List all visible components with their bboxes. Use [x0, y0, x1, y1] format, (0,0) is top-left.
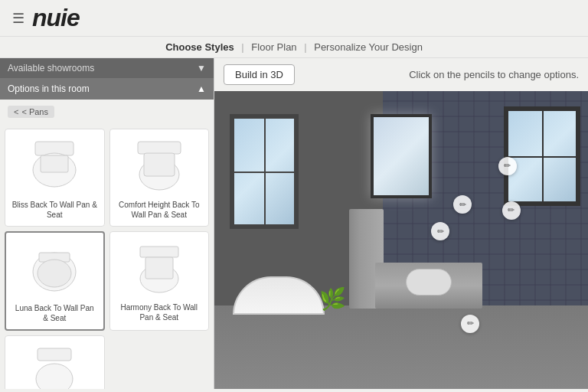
- product-image-2: [125, 136, 194, 197]
- vanity-sink: [406, 269, 452, 296]
- svg-rect-2: [41, 155, 68, 172]
- logo: nuie: [32, 4, 80, 32]
- build-3d-button[interactable]: Build in 3D: [224, 64, 295, 85]
- nav-sep-2: |: [304, 41, 309, 53]
- menu-icon[interactable]: ☰: [12, 10, 24, 27]
- product-image-4: [125, 238, 194, 299]
- sidebar: Available showrooms ▼ Options in this ro…: [0, 58, 214, 389]
- product-card-3[interactable]: Luna Back To Wall Pan & Seat: [5, 231, 105, 331]
- window-left: [230, 114, 299, 229]
- floor: [214, 305, 588, 389]
- chevron-up-icon: ▲: [197, 83, 206, 94]
- mirror: [371, 114, 432, 198]
- product-card-1[interactable]: Bliss Back To Wall Pan & Seat: [5, 129, 105, 227]
- product-name-3: Luna Back To Wall Pan & Seat: [12, 303, 97, 323]
- nav-bar: Choose Styles | Floor Plan | Personalize…: [0, 37, 588, 58]
- hint-text: Click on the pencils to change options.: [409, 69, 579, 80]
- svg-point-13: [36, 364, 73, 390]
- product-card-5[interactable]: Wall Pan & Seal: [5, 335, 105, 389]
- product-image-3: [20, 239, 89, 300]
- showrooms-label: Available showrooms: [8, 63, 94, 74]
- product-name-2: Comfort Height Back To Wall Pan & Seat: [116, 200, 203, 220]
- svg-rect-12: [38, 348, 71, 361]
- product-name-1: Bliss Back To Wall Pan & Seat: [11, 200, 98, 220]
- back-to-pans-button[interactable]: < < Pans: [8, 106, 54, 118]
- back-label: < Pans: [21, 107, 48, 116]
- chevron-down-icon: ▼: [197, 63, 206, 74]
- window-right: [504, 106, 580, 206]
- svg-rect-5: [144, 153, 175, 176]
- back-icon: <: [14, 107, 18, 116]
- product-name-4: Harmony Back To Wall Pan & Seat: [116, 302, 203, 322]
- bathroom-render: ✏ ✏ ✏ ✏ ✏: [214, 91, 588, 389]
- nav-sep-1: |: [241, 41, 247, 53]
- plant-decoration: [319, 266, 342, 312]
- nav-choose-styles[interactable]: Choose Styles: [165, 41, 234, 53]
- vanity: [375, 263, 482, 309]
- options-label: Options in this room: [8, 83, 90, 94]
- options-in-room-header[interactable]: Options in this room ▲: [0, 78, 214, 100]
- svg-rect-3: [138, 142, 181, 154]
- available-showrooms-dropdown[interactable]: Available showrooms ▼: [0, 58, 214, 78]
- main-layout: Available showrooms ▼ Options in this ro…: [0, 58, 588, 389]
- product-card-2[interactable]: Comfort Height Back To Wall Pan & Seat: [109, 129, 210, 227]
- product-grid: Bliss Back To Wall Pan & Seat Comfort He…: [0, 124, 214, 389]
- product-image-1: [20, 136, 89, 197]
- nav-personalize[interactable]: Personalize Your Design: [314, 41, 423, 53]
- pencil-edit-3[interactable]: ✏: [431, 222, 449, 240]
- product-card-4[interactable]: Harmony Back To Wall Pan & Seat: [109, 231, 210, 331]
- header: ☰ nuie: [0, 0, 588, 37]
- product-image-5: [20, 342, 89, 389]
- nav-floor-plan[interactable]: Floor Plan: [251, 41, 296, 53]
- pencil-edit-4[interactable]: ✏: [502, 201, 521, 220]
- view-area: Build in 3D Click on the pencils to chan…: [214, 58, 588, 389]
- pencil-edit-1[interactable]: ✏: [498, 157, 517, 175]
- svg-rect-11: [145, 257, 173, 279]
- svg-rect-9: [140, 247, 178, 257]
- svg-point-8: [38, 260, 71, 287]
- view-toolbar: Build in 3D Click on the pencils to chan…: [214, 58, 588, 91]
- pencil-edit-5[interactable]: ✏: [461, 315, 479, 333]
